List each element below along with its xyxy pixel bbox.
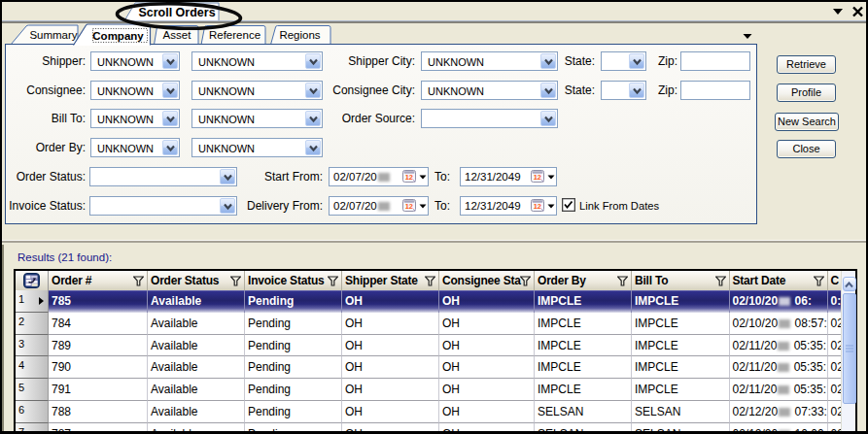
svg-text:12: 12 [405,173,413,182]
svg-text:12: 12 [405,202,413,211]
svg-text:12: 12 [533,202,540,211]
svg-text:12: 12 [533,173,540,182]
svg-text:Regions: Regions [279,29,320,41]
